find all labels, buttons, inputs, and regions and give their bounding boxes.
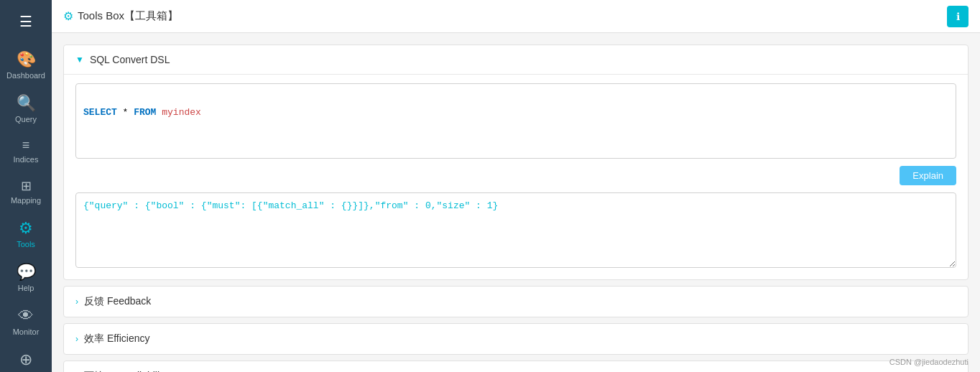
- efficiency-label: 效率 Efficiency: [84, 333, 150, 345]
- dashboard-icon: 🎨: [17, 50, 36, 69]
- sidebar-item-tools[interactable]: ⚙ Tools: [0, 212, 52, 256]
- sql-convert-label: SQL Convert DSL: [90, 54, 170, 65]
- mapping-icon: ⊞: [21, 178, 32, 194]
- query-icon: 🔍: [17, 94, 36, 113]
- efficiency-section-header[interactable]: › 效率 Efficiency: [64, 324, 968, 354]
- sidebar-item-zoom[interactable]: ⊕: [0, 343, 52, 372]
- sidebar-item-monitor[interactable]: 👁 Monitor: [0, 299, 52, 343]
- sql-convert-section: ▼ SQL Convert DSL SELECT * FROM myindex …: [63, 45, 969, 280]
- header-title-area: ⚙ Tools Box【工具箱】: [63, 9, 178, 23]
- sidebar-label-indices: Indices: [14, 155, 39, 164]
- sidebar-label-tools: Tools: [17, 240, 35, 248]
- header-title-text: Tools Box【工具箱】: [78, 9, 178, 23]
- feedback-chevron: ›: [75, 297, 78, 307]
- header-gear-icon: ⚙: [63, 9, 73, 23]
- controllability-section: › 可控 Controllability: [63, 361, 969, 372]
- main-area: ⚙ Tools Box【工具箱】 ℹ ▼ SQL Convert DSL SEL…: [52, 0, 980, 372]
- sql-input-display[interactable]: SELECT * FROM myindex: [75, 83, 956, 159]
- sidebar-label-help: Help: [18, 284, 34, 292]
- header: ⚙ Tools Box【工具箱】 ℹ: [52, 0, 980, 33]
- dsl-output-textarea[interactable]: {"query" : {"bool" : {"must": [{"match_a…: [75, 192, 956, 268]
- sidebar-item-dashboard[interactable]: 🎨 Dashboard: [0, 43, 52, 87]
- sql-convert-body: SELECT * FROM myindex Explain {"query" :…: [64, 74, 968, 279]
- help-icon: 💬: [17, 263, 36, 282]
- sql-convert-section-header[interactable]: ▼ SQL Convert DSL: [64, 45, 968, 74]
- controllability-section-header[interactable]: › 可控 Controllability: [64, 361, 968, 372]
- menu-icon[interactable]: ☰: [12, 6, 40, 37]
- sql-convert-chevron: ▼: [75, 55, 84, 65]
- sidebar-item-indices[interactable]: ≡ Indices: [0, 131, 52, 171]
- explain-button[interactable]: Explain: [900, 166, 956, 185]
- sidebar-item-query[interactable]: 🔍 Query: [0, 87, 52, 131]
- tools-icon: ⚙: [19, 219, 33, 238]
- efficiency-chevron: ›: [75, 334, 78, 344]
- sidebar-label-mapping: Mapping: [11, 196, 41, 205]
- sidebar-item-mapping[interactable]: ⊞ Mapping: [0, 171, 52, 212]
- feedback-section-header[interactable]: › 反馈 Feedback: [64, 287, 968, 317]
- sidebar-label-monitor: Monitor: [13, 327, 40, 336]
- zoom-icon: ⊕: [19, 350, 32, 369]
- feedback-label: 反馈 Feedback: [84, 295, 151, 308]
- watermark: CSDN @jiedaodezhuti: [889, 358, 969, 366]
- efficiency-section: › 效率 Efficiency: [63, 323, 969, 355]
- feedback-section: › 反馈 Feedback: [63, 286, 969, 317]
- info-button[interactable]: ℹ: [947, 6, 969, 27]
- info-icon: ℹ: [956, 11, 960, 22]
- sidebar-label-dashboard: Dashboard: [6, 71, 45, 80]
- explain-row: Explain: [75, 166, 956, 185]
- monitor-icon: 👁: [18, 307, 34, 325]
- indices-icon: ≡: [22, 138, 30, 153]
- content-area: ▼ SQL Convert DSL SELECT * FROM myindex …: [52, 33, 980, 372]
- sidebar: ☰ 🎨 Dashboard 🔍 Query ≡ Indices ⊞ Mappin…: [0, 0, 52, 372]
- sidebar-item-help[interactable]: 💬 Help: [0, 256, 52, 299]
- sql-input-wrapper: SELECT * FROM myindex: [75, 83, 956, 159]
- sidebar-label-query: Query: [15, 115, 37, 124]
